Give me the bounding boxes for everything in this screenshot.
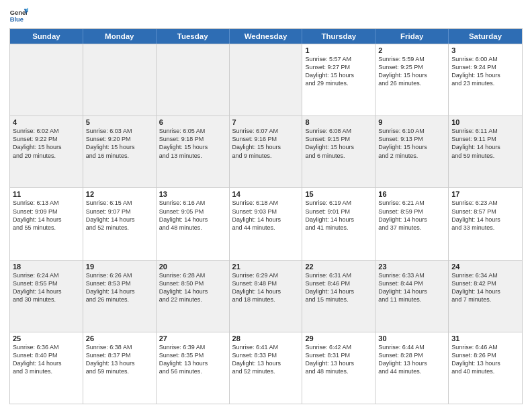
cell-info: Sunrise: 6:03 AM Sunset: 9:20 PM Dayligh… xyxy=(86,127,153,160)
calendar-cell-1-2: 6Sunrise: 6:05 AM Sunset: 9:18 PM Daylig… xyxy=(157,116,230,187)
header: General Blue xyxy=(9,7,523,26)
calendar-cell-0-0 xyxy=(10,44,83,116)
cell-info: Sunrise: 6:19 AM Sunset: 9:01 PM Dayligh… xyxy=(305,199,372,232)
cell-info: Sunrise: 6:26 AM Sunset: 8:53 PM Dayligh… xyxy=(86,271,153,304)
calendar-cell-3-1: 19Sunrise: 6:26 AM Sunset: 8:53 PM Dayli… xyxy=(83,261,157,332)
cell-info: Sunrise: 6:13 AM Sunset: 9:09 PM Dayligh… xyxy=(13,199,80,232)
calendar-row-2: 11Sunrise: 6:13 AM Sunset: 9:09 PM Dayli… xyxy=(10,187,522,259)
cell-info: Sunrise: 6:34 AM Sunset: 8:42 PM Dayligh… xyxy=(451,271,519,304)
day-number: 21 xyxy=(232,263,300,271)
calendar-cell-3-0: 18Sunrise: 6:24 AM Sunset: 8:55 PM Dayli… xyxy=(10,261,83,332)
day-number: 2 xyxy=(378,46,445,54)
calendar-cell-2-3: 14Sunrise: 6:18 AM Sunset: 9:03 PM Dayli… xyxy=(230,188,303,259)
day-number: 11 xyxy=(13,190,80,198)
header-day-saturday: Saturday xyxy=(449,29,522,44)
header-day-wednesday: Wednesday xyxy=(230,29,303,44)
calendar-cell-0-2 xyxy=(157,44,230,116)
day-number: 1 xyxy=(305,46,372,54)
calendar-cell-1-3: 7Sunrise: 6:07 AM Sunset: 9:16 PM Daylig… xyxy=(230,116,303,187)
cell-info: Sunrise: 6:10 AM Sunset: 9:13 PM Dayligh… xyxy=(378,127,445,160)
day-number: 19 xyxy=(86,263,153,271)
calendar-cell-4-6: 31Sunrise: 6:46 AM Sunset: 8:26 PM Dayli… xyxy=(449,332,522,404)
cell-info: Sunrise: 6:38 AM Sunset: 8:37 PM Dayligh… xyxy=(86,343,153,376)
calendar-cell-4-0: 25Sunrise: 6:36 AM Sunset: 8:40 PM Dayli… xyxy=(10,332,83,404)
calendar-cell-2-6: 17Sunrise: 6:23 AM Sunset: 8:57 PM Dayli… xyxy=(449,188,522,259)
day-number: 10 xyxy=(451,118,519,126)
cell-info: Sunrise: 6:42 AM Sunset: 8:31 PM Dayligh… xyxy=(305,343,372,376)
day-number: 14 xyxy=(232,190,300,198)
day-number: 30 xyxy=(378,334,445,342)
calendar-cell-3-4: 22Sunrise: 6:31 AM Sunset: 8:46 PM Dayli… xyxy=(302,261,375,332)
day-number: 16 xyxy=(378,190,445,198)
cell-info: Sunrise: 6:23 AM Sunset: 8:57 PM Dayligh… xyxy=(451,199,519,232)
calendar-cell-2-0: 11Sunrise: 6:13 AM Sunset: 9:09 PM Dayli… xyxy=(10,188,83,259)
calendar-cell-3-5: 23Sunrise: 6:33 AM Sunset: 8:44 PM Dayli… xyxy=(375,261,449,332)
day-number: 7 xyxy=(232,118,300,126)
page: General Blue SundayMondayTuesdayWednesda… xyxy=(0,0,532,411)
day-number: 23 xyxy=(378,263,445,271)
day-number: 18 xyxy=(13,263,80,271)
cell-info: Sunrise: 5:57 AM Sunset: 9:27 PM Dayligh… xyxy=(305,55,372,88)
cell-info: Sunrise: 6:41 AM Sunset: 8:33 PM Dayligh… xyxy=(232,343,300,376)
header-day-friday: Friday xyxy=(375,29,449,44)
day-number: 17 xyxy=(451,190,519,198)
day-number: 8 xyxy=(305,118,372,126)
calendar-cell-1-5: 9Sunrise: 6:10 AM Sunset: 9:13 PM Daylig… xyxy=(375,116,449,187)
day-number: 3 xyxy=(451,46,519,54)
cell-info: Sunrise: 6:24 AM Sunset: 8:55 PM Dayligh… xyxy=(13,271,80,304)
cell-info: Sunrise: 6:28 AM Sunset: 8:50 PM Dayligh… xyxy=(159,271,226,304)
day-number: 13 xyxy=(159,190,226,198)
cell-info: Sunrise: 6:21 AM Sunset: 8:59 PM Dayligh… xyxy=(378,199,445,232)
day-number: 24 xyxy=(451,263,519,271)
calendar-cell-2-2: 13Sunrise: 6:16 AM Sunset: 9:05 PM Dayli… xyxy=(157,188,230,259)
calendar-body: 1Sunrise: 5:57 AM Sunset: 9:27 PM Daylig… xyxy=(10,44,522,404)
cell-info: Sunrise: 6:05 AM Sunset: 9:18 PM Dayligh… xyxy=(159,127,226,160)
day-number: 9 xyxy=(378,118,445,126)
cell-info: Sunrise: 6:44 AM Sunset: 8:28 PM Dayligh… xyxy=(378,343,445,376)
calendar-cell-3-6: 24Sunrise: 6:34 AM Sunset: 8:42 PM Dayli… xyxy=(449,261,522,332)
calendar-cell-0-3 xyxy=(230,44,303,116)
cell-info: Sunrise: 5:59 AM Sunset: 9:25 PM Dayligh… xyxy=(378,55,445,88)
day-number: 27 xyxy=(159,334,226,342)
cell-info: Sunrise: 6:15 AM Sunset: 9:07 PM Dayligh… xyxy=(86,199,153,232)
calendar-cell-1-4: 8Sunrise: 6:08 AM Sunset: 9:15 PM Daylig… xyxy=(302,116,375,187)
calendar-cell-0-1 xyxy=(83,44,157,116)
calendar-cell-3-2: 20Sunrise: 6:28 AM Sunset: 8:50 PM Dayli… xyxy=(157,261,230,332)
logo: General Blue xyxy=(9,7,28,26)
calendar-cell-4-3: 28Sunrise: 6:41 AM Sunset: 8:33 PM Dayli… xyxy=(230,332,303,404)
cell-info: Sunrise: 6:02 AM Sunset: 9:22 PM Dayligh… xyxy=(13,127,80,160)
day-number: 15 xyxy=(305,190,372,198)
day-number: 4 xyxy=(13,118,80,126)
day-number: 22 xyxy=(305,263,372,271)
cell-info: Sunrise: 6:11 AM Sunset: 9:11 PM Dayligh… xyxy=(451,127,519,160)
day-number: 5 xyxy=(86,118,153,126)
cell-info: Sunrise: 6:46 AM Sunset: 8:26 PM Dayligh… xyxy=(451,343,519,376)
cell-info: Sunrise: 6:07 AM Sunset: 9:16 PM Dayligh… xyxy=(232,127,300,160)
calendar-cell-1-6: 10Sunrise: 6:11 AM Sunset: 9:11 PM Dayli… xyxy=(449,116,522,187)
calendar-cell-2-1: 12Sunrise: 6:15 AM Sunset: 9:07 PM Dayli… xyxy=(83,188,157,259)
calendar-cell-4-4: 29Sunrise: 6:42 AM Sunset: 8:31 PM Dayli… xyxy=(302,332,375,404)
calendar-cell-4-2: 27Sunrise: 6:39 AM Sunset: 8:35 PM Dayli… xyxy=(157,332,230,404)
day-number: 12 xyxy=(86,190,153,198)
cell-info: Sunrise: 6:31 AM Sunset: 8:46 PM Dayligh… xyxy=(305,271,372,304)
calendar-cell-1-0: 4Sunrise: 6:02 AM Sunset: 9:22 PM Daylig… xyxy=(10,116,83,187)
calendar-row-1: 4Sunrise: 6:02 AM Sunset: 9:22 PM Daylig… xyxy=(10,116,522,187)
day-number: 25 xyxy=(13,334,80,342)
cell-info: Sunrise: 6:08 AM Sunset: 9:15 PM Dayligh… xyxy=(305,127,372,160)
calendar-cell-0-5: 2Sunrise: 5:59 AM Sunset: 9:25 PM Daylig… xyxy=(375,44,449,116)
svg-text:Blue: Blue xyxy=(10,16,24,23)
cell-info: Sunrise: 6:36 AM Sunset: 8:40 PM Dayligh… xyxy=(13,343,80,376)
cell-info: Sunrise: 6:39 AM Sunset: 8:35 PM Dayligh… xyxy=(159,343,226,376)
day-number: 29 xyxy=(305,334,372,342)
header-day-sunday: Sunday xyxy=(10,29,83,44)
calendar-cell-4-1: 26Sunrise: 6:38 AM Sunset: 8:37 PM Dayli… xyxy=(83,332,157,404)
calendar-cell-3-3: 21Sunrise: 6:29 AM Sunset: 8:48 PM Dayli… xyxy=(230,261,303,332)
day-number: 28 xyxy=(232,334,300,342)
day-number: 26 xyxy=(86,334,153,342)
header-day-tuesday: Tuesday xyxy=(157,29,230,44)
calendar-row-3: 18Sunrise: 6:24 AM Sunset: 8:55 PM Dayli… xyxy=(10,260,522,332)
calendar-cell-2-5: 16Sunrise: 6:21 AM Sunset: 8:59 PM Dayli… xyxy=(375,188,449,259)
calendar-cell-2-4: 15Sunrise: 6:19 AM Sunset: 9:01 PM Dayli… xyxy=(302,188,375,259)
calendar-cell-1-1: 5Sunrise: 6:03 AM Sunset: 9:20 PM Daylig… xyxy=(83,116,157,187)
cell-info: Sunrise: 6:00 AM Sunset: 9:24 PM Dayligh… xyxy=(451,55,519,88)
